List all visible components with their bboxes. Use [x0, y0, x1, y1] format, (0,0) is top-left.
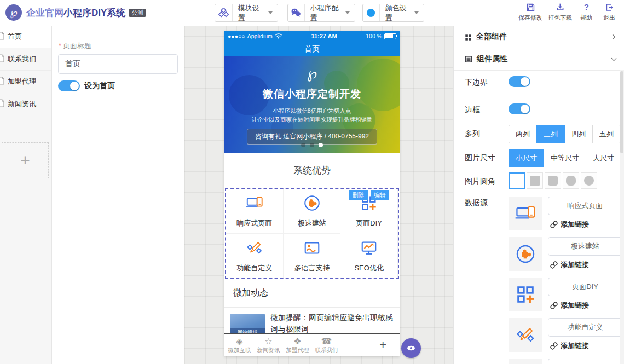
- all-components-label: 全部组件: [476, 32, 611, 42]
- color-circle-icon: [363, 4, 380, 21]
- link-icon: [550, 342, 561, 350]
- feature-cell[interactable]: 极速建站: [284, 189, 341, 234]
- datasource-title-input[interactable]: [548, 318, 622, 337]
- color-settings-menu-button[interactable]: 颜色设置: [362, 4, 424, 22]
- set-home-toggle[interactable]: [58, 80, 80, 91]
- exit-icon: [598, 3, 621, 13]
- page-diy-icon: [509, 278, 542, 311]
- news-item[interactable]: 网站编辑 微加提醒：网页编辑应避免出现敏感词与极限词: [224, 308, 400, 333]
- tabbar-add-button[interactable]: +: [379, 334, 386, 356]
- phone-status-bar: ●●●○○ Applidium 11:27 AM 100 %: [224, 31, 400, 41]
- tab-agent[interactable]: ❖ 加盟代理: [284, 337, 311, 354]
- sidebar-item-home[interactable]: 首页: [0, 26, 51, 48]
- chevron-right-icon: [611, 34, 616, 39]
- datasource-label: 数据源: [465, 198, 488, 208]
- border-toggle[interactable]: [509, 103, 530, 114]
- help-icon: ?: [575, 3, 598, 13]
- custom-func-icon: [509, 318, 542, 352]
- feature-cell[interactable]: 功能自定义: [226, 234, 284, 279]
- star-icon: ☆: [255, 337, 282, 346]
- image-size-option-selected[interactable]: 小尺寸: [509, 149, 544, 167]
- page-title-input[interactable]: [58, 54, 178, 74]
- sidebar-item-label: 联系我们: [8, 54, 36, 64]
- columns-option-selected[interactable]: 三列: [536, 125, 565, 143]
- sidebar-item-label: 首页: [8, 32, 22, 42]
- menu-label: 小程序配置: [310, 3, 341, 23]
- sidebar-item-contact[interactable]: 联系我们: [0, 48, 51, 71]
- slide-dot[interactable]: [301, 143, 305, 147]
- component-properties-row[interactable]: 组件属性: [454, 48, 624, 71]
- image-size-option[interactable]: 中等尺寸: [544, 149, 586, 167]
- add-page-button[interactable]: +: [2, 142, 49, 178]
- svg-text:?: ?: [584, 3, 589, 11]
- caret-down-icon: [414, 11, 419, 14]
- battery-percent: 100 %: [366, 33, 382, 39]
- radius-option-small-round[interactable]: [545, 172, 561, 189]
- exit-button[interactable]: 退出: [598, 3, 621, 22]
- tab-weijia[interactable]: ◈ 微加互联: [226, 337, 253, 354]
- sidebar-item-agent[interactable]: 加盟代理: [0, 71, 51, 93]
- datasource-item: 添加链接: [509, 318, 618, 352]
- banner-slide[interactable]: ℘ 微信小程序定制开发 小程序以微信8亿用户为切入点 让企业以及商家在短时间里实…: [224, 56, 400, 153]
- help-button[interactable]: ? 帮助: [575, 3, 598, 22]
- app-root: ℘ 企业官网小程序DIY系统公测 模块设置 小程序配置 颜色设置 保存修改: [0, 0, 624, 364]
- beta-badge: 公测: [129, 9, 146, 17]
- radius-option-circle[interactable]: [581, 172, 597, 189]
- miniprogram-config-menu-button[interactable]: 小程序配置: [287, 4, 355, 22]
- bottom-border-toggle[interactable]: [509, 76, 530, 87]
- battery-icon: [384, 33, 396, 39]
- feature-cell[interactable]: SEO优化: [340, 234, 398, 279]
- radius-option-none-selected[interactable]: [509, 172, 525, 189]
- image-size-option[interactable]: 大尺寸: [586, 149, 621, 167]
- feature-label: SEO优化: [354, 263, 383, 273]
- slide-dot-active[interactable]: [319, 143, 323, 147]
- inspector-scrollbar-thumb[interactable]: [620, 71, 623, 153]
- link-icon: [550, 302, 561, 309]
- caret-down-icon: [268, 11, 273, 14]
- sidebar-item-news[interactable]: 新闻资讯: [0, 93, 51, 115]
- datasource-icon: [509, 359, 542, 364]
- edit-component-button[interactable]: 编辑: [371, 190, 389, 200]
- tab-label: 新闻资讯: [255, 346, 282, 354]
- feature-cell[interactable]: 响应式页面: [226, 189, 284, 234]
- datasource-item: 添加链接: [509, 237, 618, 271]
- component-inspector: 全部组件 组件属性 下边界 边框 多列 两列 三列 四列 五列 图片尺寸 小尺寸…: [453, 26, 624, 364]
- action-label: 帮助: [575, 14, 598, 22]
- add-link-button[interactable]: 添加链接: [550, 341, 589, 351]
- datasource-title-input[interactable]: [548, 197, 622, 215]
- preview-button[interactable]: [401, 338, 421, 358]
- feature-label: 响应式页面: [236, 218, 272, 228]
- add-link-button[interactable]: 添加链接: [550, 301, 589, 310]
- slide-indicator: [224, 140, 400, 149]
- add-link-button[interactable]: 添加链接: [550, 260, 589, 270]
- feature-label: 功能自定义: [236, 263, 272, 273]
- package-download-button[interactable]: 打包下载: [545, 3, 575, 22]
- columns-option[interactable]: 四列: [564, 125, 593, 143]
- tab-contact[interactable]: ☎ 联系我们: [313, 337, 340, 354]
- delete-component-button[interactable]: 删除: [349, 190, 368, 200]
- columns-option[interactable]: 两列: [509, 125, 537, 143]
- save-button[interactable]: 保存修改: [516, 3, 545, 22]
- datasource-title-input[interactable]: [548, 359, 622, 364]
- datasource-title-input[interactable]: [548, 237, 622, 256]
- page-doc-icon: [0, 77, 5, 86]
- add-link-button[interactable]: 添加链接: [550, 219, 589, 229]
- columns-option[interactable]: 五列: [592, 125, 621, 143]
- sidebar-item-label: 加盟代理: [8, 77, 36, 86]
- datasource-title-input[interactable]: [548, 278, 622, 296]
- slide-dot[interactable]: [310, 143, 314, 147]
- wifi-icon: [275, 33, 282, 39]
- feature-cell[interactable]: 多语言支持: [284, 234, 341, 279]
- responsive-icon: [245, 194, 264, 215]
- module-settings-menu-button[interactable]: 模块设置: [215, 4, 278, 22]
- radius-option-large-round[interactable]: [563, 172, 579, 189]
- app-logo-icon: ℘: [5, 4, 22, 21]
- tab-news[interactable]: ☆ 新闻资讯: [255, 337, 282, 354]
- agent-icon: ❖: [284, 337, 311, 346]
- phone-tabbar: ◈ 微加互联 ☆ 新闻资讯 ❖ 加盟代理 ☎ 联系我们 +: [224, 334, 400, 356]
- all-components-row[interactable]: 全部组件: [454, 26, 624, 48]
- border-label: 边框: [465, 105, 480, 115]
- feature-grid-selected-component[interactable]: 删除 编辑 响应式页面 极速建站 页面DIY 功能自定义 多语言支持: [225, 188, 399, 279]
- weijia-icon: ◈: [226, 337, 253, 346]
- radius-option-square[interactable]: [527, 172, 543, 189]
